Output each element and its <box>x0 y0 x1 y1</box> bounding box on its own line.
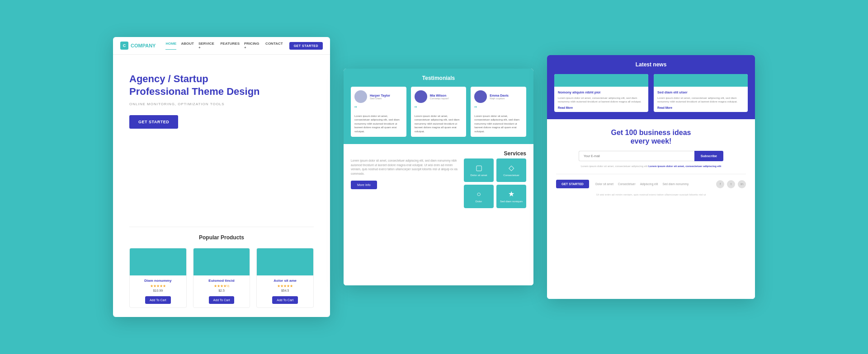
cta-section: Get 100 business ideas every week! Subsc… <box>547 119 755 299</box>
services-icons-grid: ▢ Dolor sit amet ◇ Consectetuer ○ Dolor … <box>464 158 526 208</box>
testimonials-title: Testimonials <box>351 75 526 81</box>
services-section: Services Lorem ipsum dolor sit amet, con… <box>344 144 533 285</box>
subscribe-button[interactable]: Subscribe <box>694 151 723 161</box>
cta-divider <box>556 174 746 174</box>
nav-home[interactable]: HOME <box>165 42 176 50</box>
add-to-cart-button-1[interactable]: Add To Cart <box>145 296 171 304</box>
hero-subtitle: ONLINE MONITORING, OPTIMIZATION TOOLS <box>129 102 314 106</box>
add-to-cart-button-3[interactable]: Add To Cart <box>272 296 298 304</box>
social-icon-twitter[interactable]: t <box>727 180 735 188</box>
logo: C COMPANY <box>120 42 156 50</box>
product-card-2: Euismod tincid ★★★★½ $2.5 Add To Cart <box>193 248 250 308</box>
footer-links: Dolor sit amet Consectetuer Adipiscing e… <box>595 182 710 186</box>
nav-service[interactable]: SERVICE + <box>198 42 216 50</box>
panel-website-preview: C COMPANY HOME ABOUT SERVICE + FEATURES … <box>113 37 330 317</box>
service-icon-label-2: Consectetuer <box>503 174 519 177</box>
panel-testimonials-services: Testimonials Harper Taylor Sed Diam " Lo… <box>344 69 533 285</box>
quote-icon-3: " <box>474 106 523 113</box>
service-icon-label-4: Sed diam noniqum <box>500 200 523 203</box>
service-icon-box-4: ★ Sed diam noniqum <box>496 185 526 208</box>
logo-icon: C <box>120 42 128 50</box>
service-icon-box-2: ◇ Consectetuer <box>496 158 526 182</box>
cta-title: Get 100 business ideas every week! <box>611 128 691 145</box>
product-stars-1: ★★★★★ <box>130 284 186 288</box>
hero-cta-button[interactable]: GET STARTED <box>129 115 178 129</box>
product-price-3: $54.5 <box>257 289 313 292</box>
testimonials-grid: Harper Taylor Sed Diam " Lorem ipsum dol… <box>351 87 526 137</box>
panel-news-cta: Latest news Nomony aliquim nibht pioi Lo… <box>547 55 755 299</box>
testimonial-role-2: Consequ topon! <box>430 97 449 100</box>
products-grid: Diam nonummy ★★★★★ $10.99 Add To Cart Eu… <box>129 248 314 308</box>
product-image-2 <box>193 248 250 275</box>
news-read-more-2[interactable]: Read More <box>654 106 748 109</box>
testimonial-header-2: Mia Wilson Consequ topon! <box>415 90 463 103</box>
social-icon-linkedin[interactable]: in <box>738 180 746 188</box>
nav-about[interactable]: ABOUT <box>181 42 193 50</box>
service-icon-circle: ○ <box>476 190 481 198</box>
footer-link-3[interactable]: Adipiscing elit <box>640 182 658 186</box>
services-layout: Lorem ipsum dolor sit amet, consectetuer… <box>351 158 526 208</box>
cta-disclaimer: Lorem ipsum dolor sit amet, consectetuer… <box>581 165 721 168</box>
product-image-1 <box>130 248 186 275</box>
news-card-text-2: Lorem ipsum dolor sit amet, consectetuer… <box>654 96 748 104</box>
cta-footer-button[interactable]: GET STARTED <box>556 180 589 188</box>
products-title: Popular Products <box>129 234 314 241</box>
product-stars-2: ★★★★½ <box>193 284 250 288</box>
news-card-title-2: Sed diam elit utser <box>654 90 748 94</box>
copyright-text: Ut wisi enim ad minim veniam, quis nostr… <box>596 193 706 196</box>
service-icon-star: ★ <box>508 190 514 198</box>
services-more-button[interactable]: More Info <box>351 181 377 189</box>
testimonial-header-1: Harper Taylor Sed Diam <box>354 90 403 103</box>
testimonial-avatar-2 <box>415 90 427 103</box>
testimonial-name-3: Emma Davis <box>490 94 509 97</box>
product-name-2: Euismod tincid <box>195 279 248 283</box>
email-input[interactable] <box>579 151 694 161</box>
nav-links: HOME ABOUT SERVICE + FEATURES PRICING + … <box>165 42 283 50</box>
cta-form: Subscribe <box>579 151 723 161</box>
nav-pricing[interactable]: PRICING + <box>244 42 261 50</box>
news-card-title-1: Nomony aliquim nibht pioi <box>554 90 648 94</box>
social-icons: f t in <box>716 180 746 188</box>
nav-contact[interactable]: CONTACT <box>265 42 283 50</box>
news-card-1: Nomony aliquim nibht pioi Lorem ipsum do… <box>554 74 648 112</box>
service-icon-box-3: ○ Dolor <box>464 185 494 208</box>
news-title: Latest news <box>554 61 748 68</box>
news-card-2: Sed diam elit utser Lorem ipsum dolor si… <box>654 74 748 112</box>
service-icon-label-3: Dolor <box>476 200 482 203</box>
testimonial-role-1: Sed Diam <box>370 97 390 100</box>
service-icon-label-1: Dolor sit amet <box>470 174 487 177</box>
quote-icon-1: " <box>354 106 403 113</box>
testimonial-card-2: Mia Wilson Consequ topon! " Lorem ipsum … <box>411 87 467 137</box>
services-description: Lorem ipsum dolor sit amet, consectetuer… <box>351 158 458 176</box>
testimonials-section: Testimonials Harper Taylor Sed Diam " Lo… <box>344 69 533 144</box>
social-icon-facebook[interactable]: f <box>716 180 724 188</box>
add-to-cart-button-2[interactable]: Add To Cart <box>209 296 235 304</box>
testimonial-card-3: Emma Davis Niqh cuption " Lorem ipsum do… <box>471 87 526 137</box>
footer-link-4[interactable]: Sed diam nonummy <box>662 182 689 186</box>
product-name-1: Diam nonummy <box>132 279 184 283</box>
news-read-more-1[interactable]: Read More <box>554 106 648 109</box>
news-thumbnail-1 <box>554 74 648 87</box>
testimonial-card-1: Harper Taylor Sed Diam " Lorem ipsum dol… <box>351 87 406 137</box>
news-section: Latest news Nomony aliquim nibht pioi Lo… <box>547 55 755 119</box>
news-grid: Nomony aliquim nibht pioi Lorem ipsum do… <box>554 74 748 112</box>
footer-link-2[interactable]: Consectetuer <box>618 182 636 186</box>
products-section: Popular Products Diam nonummy ★★★★★ $10.… <box>113 227 330 317</box>
testimonial-role-3: Niqh cuption <box>490 97 509 100</box>
service-icon-diamond: ◇ <box>509 163 514 172</box>
nav-bar: C COMPANY HOME ABOUT SERVICE + FEATURES … <box>113 37 330 55</box>
testimonial-header-3: Emma Davis Niqh cuption <box>474 90 523 103</box>
hero-title: Agency / Startup Professional Theme Desi… <box>129 73 314 98</box>
product-price-2: $2.5 <box>193 289 250 292</box>
testimonial-avatar-3 <box>474 90 487 103</box>
nav-cta-button[interactable]: GET STARTED <box>289 42 323 50</box>
product-name-3: Aolor sit ame <box>259 279 311 283</box>
product-image-3 <box>257 248 313 275</box>
quote-icon-2: " <box>415 106 463 113</box>
nav-features[interactable]: FEATURES <box>220 42 240 50</box>
testimonial-name-2: Mia Wilson <box>430 94 449 97</box>
news-card-text-1: Lorem ipsum dolor sit amet, consectetuer… <box>554 96 648 104</box>
footer-link-1[interactable]: Dolor sit amet <box>595 182 613 186</box>
testimonial-name-1: Harper Taylor <box>370 94 390 97</box>
logo-text: COMPANY <box>131 43 156 48</box>
